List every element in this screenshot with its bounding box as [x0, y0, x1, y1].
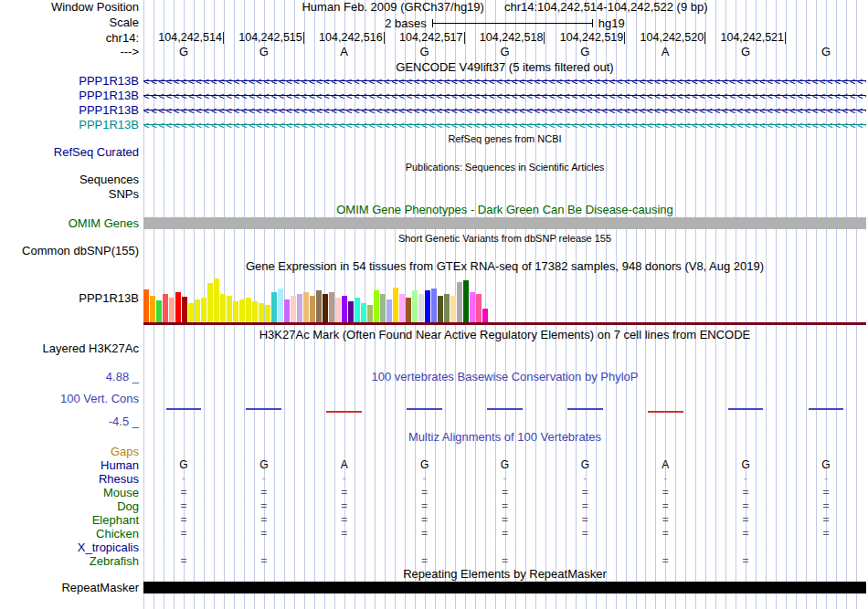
- alignment-cell: G: [143, 458, 224, 472]
- alignment-cell: =: [224, 527, 304, 541]
- multiz-species-row: Elephant=========: [0, 513, 868, 527]
- sequences-track-body[interactable]: [143, 173, 866, 186]
- gencode-track[interactable]: PPP1R13B<<<<<<<<<<<<<<<<<<<<<<<<<<<<<<<<…: [0, 74, 868, 132]
- multiz-track[interactable]: GapsHumanGGAGGGAGGRhesus---------Mouse==…: [0, 445, 868, 568]
- gtex-tissue-bar: [201, 298, 206, 322]
- species-label[interactable]: Elephant: [0, 513, 139, 527]
- phylop-base-cell: [786, 405, 866, 416]
- snps-label[interactable]: SNPs: [0, 188, 139, 201]
- gencode-gene-row[interactable]: PPP1R13B<<<<<<<<<<<<<<<<<<<<<<<<<<<<<<<<…: [0, 89, 868, 103]
- gtex-gene-label[interactable]: PPP1R13B: [0, 292, 139, 305]
- gtex-track-row: PPP1R13B: [0, 274, 868, 322]
- species-label[interactable]: X_tropicalis: [0, 541, 139, 554]
- gene-label[interactable]: PPP1R13B: [0, 89, 139, 103]
- gtex-tissue-bar: [316, 290, 322, 322]
- species-alignment-cells: =========: [143, 527, 866, 541]
- alignment-cell: -: [304, 472, 385, 486]
- alignment-cell: =: [625, 527, 705, 541]
- multiz-species-row: Rhesus---------: [0, 472, 868, 486]
- alignment-cell: [224, 541, 304, 554]
- refseq-track-title[interactable]: RefSeq genes from NCBI: [143, 133, 866, 144]
- alignment-cell: =: [545, 513, 625, 527]
- ruler-tick-label: 104,242,515: [224, 32, 304, 44]
- sequences-label[interactable]: Sequences: [0, 173, 139, 186]
- ruler-tick-label: 104,242,520: [625, 32, 705, 44]
- phylop-base-cell: [705, 405, 786, 416]
- gtex-track-title[interactable]: Gene Expression in 54 tissues from GTEx …: [143, 260, 866, 273]
- gene-label[interactable]: PPP1R13B: [0, 118, 139, 132]
- species-label[interactable]: Zebrafish: [0, 554, 139, 568]
- dbsnp-track-title[interactable]: Short Genetic Variants from dbSNP releas…: [143, 233, 866, 244]
- phylop-score-dash: [166, 408, 202, 410]
- gtex-expression-bars[interactable]: [143, 274, 488, 322]
- strand-direction-label: --->: [0, 46, 139, 59]
- gencode-gene-row[interactable]: PPP1R13B<<<<<<<<<<<<<<<<<<<<<<<<<<<<<<<<…: [0, 118, 868, 132]
- species-label[interactable]: Gaps: [0, 445, 139, 458]
- gencode-track-title[interactable]: GENCODE V49lift37 (5 items filtered out): [143, 61, 866, 73]
- gtex-tissue-bar: [163, 294, 168, 322]
- h3k27ac-track-body[interactable]: [143, 342, 866, 355]
- repeatmasker-track-row: RepeatMasker: [0, 582, 868, 593]
- gtex-tissue-bar: [367, 305, 373, 322]
- species-label[interactable]: Mouse: [0, 486, 139, 499]
- omim-genes-label[interactable]: OMIM Genes: [0, 217, 139, 229]
- species-label[interactable]: Rhesus: [0, 472, 139, 486]
- gencode-gene-row[interactable]: PPP1R13B<<<<<<<<<<<<<<<<<<<<<<<<<<<<<<<<…: [0, 74, 868, 89]
- spacer: [0, 431, 139, 444]
- multiz-track-title[interactable]: Multiz Alignments of 100 Vertebrates: [143, 431, 866, 444]
- alignment-cell: [545, 445, 625, 458]
- species-label[interactable]: Chicken: [0, 527, 139, 541]
- common-dbsnp-label[interactable]: Common dbSNP(155): [0, 245, 139, 257]
- refseq-curated-label[interactable]: RefSeq Curated: [0, 146, 139, 159]
- gtex-tissue-bar: [214, 278, 219, 322]
- species-label[interactable]: Dog: [0, 499, 139, 513]
- layered-h3k27ac-label[interactable]: Layered H3K27Ac: [0, 342, 139, 355]
- gtex-tissue-bar: [156, 300, 162, 322]
- alignment-cell: =: [224, 499, 304, 513]
- multiz-header-row: Multiz Alignments of 100 Vertebrates: [0, 431, 868, 444]
- alignment-cell: =: [786, 486, 866, 499]
- alignment-cell: -: [625, 472, 705, 486]
- species-label[interactable]: Human: [0, 458, 139, 472]
- phylop-base-cell: [625, 405, 705, 416]
- phylop-track-title[interactable]: 100 vertebrates Basewise Conservation by…: [143, 371, 866, 383]
- gene-label[interactable]: PPP1R13B: [0, 74, 139, 89]
- refseq-track-body[interactable]: [143, 146, 866, 159]
- alignment-cell: -: [705, 472, 786, 486]
- repeatmasker-label[interactable]: RepeatMasker: [0, 582, 139, 593]
- phylop-track-label[interactable]: 100 Vert. Cons: [60, 393, 139, 405]
- gtex-tissue-bar: [476, 294, 482, 322]
- repeatmasker-bar[interactable]: [143, 582, 866, 593]
- snps-track-body[interactable]: [143, 188, 866, 201]
- gtex-tissue-bar: [278, 289, 283, 322]
- species-alignment-cells: ---------: [143, 472, 866, 486]
- ruler-cell-empty: [786, 32, 866, 44]
- gtex-tissue-bar: [150, 296, 155, 322]
- gtex-tissue-bar: [220, 294, 226, 322]
- gtex-tissue-bar: [374, 290, 379, 322]
- alignment-cell: =: [625, 499, 705, 513]
- repeatmasker-track-title[interactable]: Repeating Elements by RepeatMasker: [143, 568, 866, 581]
- spacer: [0, 329, 139, 341]
- phylop-base-cell: [304, 405, 385, 416]
- gtex-tissue-bar: [252, 301, 258, 322]
- ruler-tick-label: 104,242,518: [465, 32, 545, 44]
- gtex-tissue-bar: [342, 296, 347, 322]
- gencode-gene-row[interactable]: PPP1R13B<<<<<<<<<<<<<<<<<<<<<<<<<<<<<<<<…: [0, 103, 868, 118]
- alignment-cell: =: [224, 486, 304, 499]
- alignment-cell: G: [224, 458, 304, 472]
- alignment-cell: G: [385, 458, 465, 472]
- spacer: [0, 61, 139, 73]
- omim-track-title[interactable]: OMIM Gene Phenotypes - Dark Green Can Be…: [143, 204, 866, 216]
- h3k27ac-track-title[interactable]: H3K27Ac Mark (Often Found Near Active Re…: [143, 329, 866, 341]
- alignment-cell: =: [385, 499, 465, 513]
- alignment-cell: =: [705, 513, 786, 527]
- phylop-min-label: -4.5 _: [109, 415, 139, 428]
- alignment-cell: A: [304, 458, 385, 472]
- gene-label[interactable]: PPP1R13B: [0, 103, 139, 118]
- phylop-score-dash: [326, 411, 362, 413]
- scale-bases-text: 2 bases: [385, 17, 427, 30]
- dbsnp-track-body[interactable]: [143, 245, 866, 257]
- omim-gene-bar[interactable]: [143, 217, 866, 229]
- publications-track-title[interactable]: Publications: Sequences in Scientific Ar…: [143, 162, 866, 173]
